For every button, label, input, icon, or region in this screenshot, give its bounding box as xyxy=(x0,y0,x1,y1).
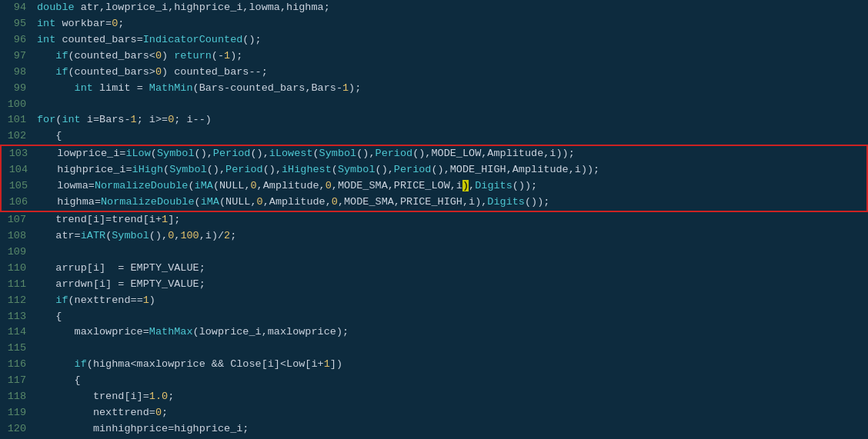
code-line: 112 if(nexttrend==1) xyxy=(0,293,868,309)
code-token: trend[i]= xyxy=(37,391,149,402)
code-token: 2 xyxy=(224,230,230,241)
code-token xyxy=(37,66,55,78)
code-token: Symbol xyxy=(169,164,207,175)
line-content: atr=iATR(Symbol(),0,100,i)/2; xyxy=(37,228,868,244)
code-token: Digits xyxy=(487,196,525,208)
line-number: 116 xyxy=(0,357,37,373)
code-token: 100 xyxy=(180,230,199,241)
line-content: { xyxy=(37,373,868,389)
code-token: (),MODE_HIGH,Amplitude,i)); xyxy=(431,164,599,175)
code-token: arrup[i] = EMPTY_VALUE; xyxy=(37,262,205,274)
code-token: ]; xyxy=(168,214,180,225)
code-token: if xyxy=(75,358,87,370)
code-token: (nexttrend== xyxy=(68,294,143,306)
code-token: iMA xyxy=(195,180,213,191)
code-token: (Bars-counted_bars,Bars- xyxy=(193,82,342,94)
line-number: 111 xyxy=(0,277,37,293)
line-content: trend[i]=trend[i+1]; xyxy=(37,212,868,228)
code-token: (counted_bars> xyxy=(68,66,155,78)
code-token: 0 xyxy=(155,407,162,418)
code-token: MathMax xyxy=(149,326,193,338)
code-token: ( xyxy=(313,148,319,159)
code-token: i=Bars- xyxy=(81,114,131,125)
code-token: ; xyxy=(162,407,168,418)
line-number: 94 xyxy=(0,0,37,16)
code-token: highprice_i= xyxy=(38,164,132,175)
code-token: limit = xyxy=(93,82,149,94)
code-line: 94double atr,lowprice_i,highprice_i,lowm… xyxy=(0,0,868,16)
code-token: (), xyxy=(376,164,394,175)
code-token: (counted_bars< xyxy=(68,50,155,62)
line-content: trend[i]=1.0; xyxy=(37,389,868,405)
code-token: ()); xyxy=(512,180,537,191)
code-token: { xyxy=(37,130,62,141)
line-number: 110 xyxy=(0,261,37,277)
code-token: (NULL, xyxy=(213,180,251,191)
line-content: int counted_bars=IndicatorCounted(); xyxy=(37,32,868,48)
code-token: 1 xyxy=(143,294,149,306)
line-number: 103 xyxy=(2,146,38,162)
code-token: iLowest xyxy=(269,148,313,159)
code-token: { xyxy=(37,374,81,386)
line-number: 100 xyxy=(0,97,37,113)
line-number: 114 xyxy=(0,324,37,341)
code-token: Digits xyxy=(475,180,512,191)
line-content: { xyxy=(37,309,868,325)
code-editor: 94double atr,lowprice_i,highprice_i,lowm… xyxy=(0,0,868,437)
code-token: ) xyxy=(162,50,174,62)
code-token: lowma= xyxy=(38,180,95,191)
code-token: arrdwn[i] = EMPTY_VALUE; xyxy=(37,278,205,290)
code-token: maxlowprice= xyxy=(37,326,149,338)
code-token: ) xyxy=(149,294,155,306)
code-token: iATR xyxy=(81,230,105,241)
code-line: 114 maxlowprice=MathMax(lowprice_i,maxlo… xyxy=(0,324,868,341)
line-number: 105 xyxy=(2,178,38,195)
line-content: highprice_i=iHigh(Symbol(),Period(),iHig… xyxy=(38,162,866,178)
code-token: ; i--) xyxy=(174,114,212,125)
code-token: int xyxy=(75,82,93,94)
code-token: ; xyxy=(168,391,174,402)
code-line: 101for(int i=Bars-1; i>=0; i--) xyxy=(0,112,868,128)
code-token: 1 xyxy=(324,358,330,370)
line-number: 99 xyxy=(0,81,37,97)
code-line: 99 int limit = MathMin(Bars-counted_bars… xyxy=(0,81,868,97)
code-token: ); xyxy=(349,82,361,94)
code-token: NormalizeDouble xyxy=(95,180,189,191)
code-token: ,MODE_SMA,PRICE_HIGH,i), xyxy=(338,196,487,208)
code-token: 1 xyxy=(162,214,168,225)
code-token: ; xyxy=(230,230,236,241)
code-token: NormalizeDouble xyxy=(101,196,195,208)
code-line: 96int counted_bars=IndicatorCounted(); xyxy=(0,32,868,48)
code-line: 116 if(highma<maxlowprice && Close[i]<Lo… xyxy=(0,357,868,373)
code-token xyxy=(37,358,75,370)
code-line: 103 lowprice_i=iLow(Symbol(),Period(),iL… xyxy=(2,146,866,162)
code-token: double xyxy=(37,2,75,13)
code-token: iLow xyxy=(125,148,150,159)
code-line: 109 xyxy=(0,244,868,261)
code-token: IndicatorCounted xyxy=(143,34,243,45)
code-token: lowprice_i= xyxy=(38,148,125,159)
code-token xyxy=(37,50,55,62)
line-content: maxlowprice=MathMax(lowprice_i,maxlowpri… xyxy=(37,324,868,341)
line-number: 97 xyxy=(0,48,37,65)
code-line: 95int workbar=0; xyxy=(0,16,868,32)
code-token: iHighest xyxy=(282,164,332,175)
code-token: (), xyxy=(250,148,269,159)
line-content: { xyxy=(37,128,868,145)
line-number: 113 xyxy=(0,309,37,325)
line-content: highma=NormalizeDouble(iMA(NULL,0,Amplit… xyxy=(38,195,866,211)
code-line: 98 if(counted_bars>0) counted_bars--; xyxy=(0,65,868,81)
code-token: trend[i]=trend[i+ xyxy=(37,214,162,225)
code-token: workbar= xyxy=(55,18,112,29)
code-token: (); xyxy=(242,34,261,45)
line-number: 120 xyxy=(0,421,37,437)
code-token: Period xyxy=(394,164,432,175)
code-token: for xyxy=(37,114,55,125)
code-line: 108 atr=iATR(Symbol(),0,100,i)/2; xyxy=(0,228,868,244)
line-content: lowma=NormalizeDouble(iMA(NULL,0,Amplitu… xyxy=(38,178,866,195)
code-token: 1 xyxy=(224,50,230,62)
line-content: minhighprice=highprice_i; xyxy=(37,421,868,437)
line-number: 106 xyxy=(2,195,38,211)
code-token: atr= xyxy=(37,230,81,241)
code-token: Symbol xyxy=(112,230,149,241)
